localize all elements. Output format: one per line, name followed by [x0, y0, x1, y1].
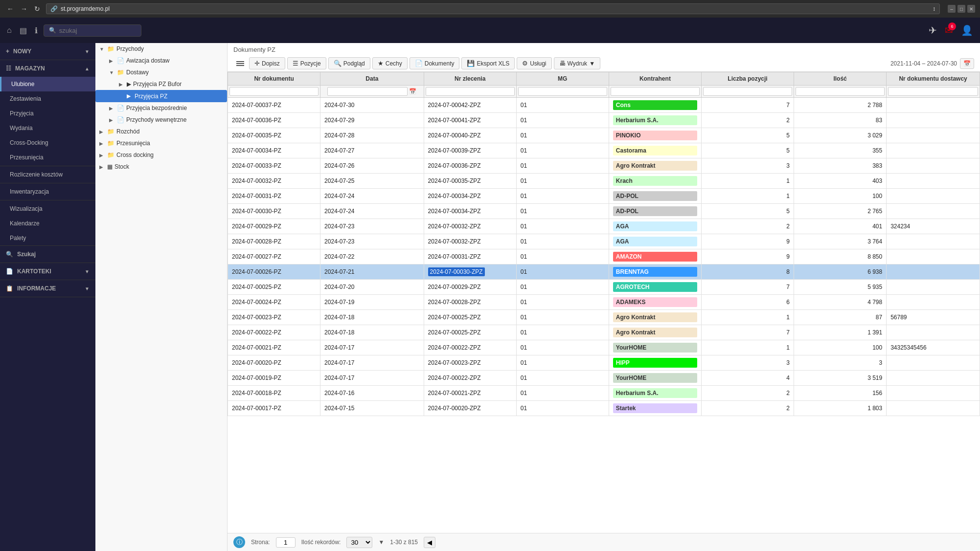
hamburger-menu[interactable]: [233, 58, 247, 69]
pozycje-button[interactable]: ☰ Pozycje: [287, 57, 326, 69]
tree-stock[interactable]: ▶ ▦ Stock: [95, 161, 227, 173]
sidebar-kartoteki-header[interactable]: 📄 KARTOTEKI ▼: [0, 263, 95, 280]
table-row[interactable]: 2024-07-00027-PZ2024-07-222024-07-00031-…: [228, 249, 980, 264]
tree-rozchod[interactable]: ▶ 📁 Rozchód: [95, 126, 227, 137]
records-select[interactable]: 30 50 100: [346, 537, 372, 548]
cell-data: 2024-07-18: [320, 325, 424, 340]
sidebar-informacje-header[interactable]: 📋 INFORMACJE ▼: [0, 280, 95, 297]
sidebar-item-cross-docking[interactable]: Cross-Docking: [0, 135, 95, 150]
table-row[interactable]: 2024-07-00031-PZ2024-07-242024-07-00034-…: [228, 189, 980, 204]
filter-ilosc[interactable]: [794, 86, 887, 98]
filter-mg[interactable]: [516, 86, 609, 98]
sidebar-item-wizualizacja[interactable]: Wizualizacja: [0, 201, 95, 216]
tree-przyjecia-bezp[interactable]: ▶ 📄 Przyjęcia bezpośrednie: [95, 102, 227, 114]
adjust-icon[interactable]: ↕: [933, 5, 935, 12]
flight-icon[interactable]: ✈: [927, 22, 939, 38]
filter-nr-dokumentu[interactable]: [228, 86, 320, 98]
filter-lp-input[interactable]: [703, 87, 792, 96]
table-row[interactable]: 2024-07-00024-PZ2024-07-192024-07-00028-…: [228, 295, 980, 310]
table-row[interactable]: 2024-07-00026-PZ2024-07-212024-07-00030-…: [228, 264, 980, 280]
filter-ilosc-input[interactable]: [796, 87, 885, 96]
dokumenty-button[interactable]: 📄 Dokumenty: [410, 57, 460, 69]
info-icon[interactable]: ℹ: [33, 24, 40, 37]
table-row[interactable]: 2024-07-00029-PZ2024-07-232024-07-00032-…: [228, 219, 980, 234]
prev-page-button[interactable]: ◀: [424, 537, 435, 548]
pozycje-label: Pozycje: [300, 60, 321, 67]
table-row[interactable]: 2024-07-00022-PZ2024-07-182024-07-00025-…: [228, 325, 980, 340]
grid-icon[interactable]: ▤: [18, 24, 29, 37]
filter-nr-zlecenia[interactable]: [424, 86, 516, 98]
table-row[interactable]: 2024-07-00021-PZ2024-07-172024-07-00022-…: [228, 340, 980, 355]
tree-przyjecia-pz[interactable]: ▶ Przyjęcia PZ: [95, 90, 227, 102]
filter-liczba-pozycji[interactable]: [701, 86, 794, 98]
tree-awizacja[interactable]: ▶ 📄 Awizacja dostaw: [95, 55, 227, 66]
notification-bell[interactable]: ✉ 6: [945, 24, 953, 36]
sidebar-item-zestawienia[interactable]: Zestawienia: [0, 91, 95, 106]
tree-cross-docking[interactable]: ▶ 📁 Cross docking: [95, 149, 227, 161]
minimize-button[interactable]: –: [948, 5, 956, 13]
eksport-xls-button[interactable]: 💾 Eksport XLS: [461, 57, 515, 69]
filter-data[interactable]: 📅: [320, 86, 424, 98]
table-row[interactable]: 2024-07-00020-PZ2024-07-172024-07-00023-…: [228, 355, 980, 371]
table-row[interactable]: 2024-07-00017-PZ2024-07-152024-07-00020-…: [228, 401, 980, 416]
table-row[interactable]: 2024-07-00032-PZ2024-07-252024-07-00035-…: [228, 174, 980, 189]
cell-ilosc: 3 029: [794, 128, 887, 143]
filter-ndd-input[interactable]: [888, 87, 978, 96]
nav-forward-icon[interactable]: →: [19, 4, 29, 14]
filter-mg-input[interactable]: [518, 87, 607, 96]
close-button[interactable]: ✕: [967, 5, 975, 13]
sidebar-item-przyjecia[interactable]: Przyjęcia: [0, 106, 95, 121]
sidebar-item-kalendarze[interactable]: Kalendarze: [0, 216, 95, 231]
search-input[interactable]: [59, 27, 133, 34]
calendar-button[interactable]: 📅: [960, 58, 974, 69]
search-box[interactable]: 🔍: [44, 24, 141, 37]
table-row[interactable]: 2024-07-00035-PZ2024-07-282024-07-00040-…: [228, 128, 980, 143]
sidebar-nowy-header[interactable]: + NOWY ▼: [0, 43, 95, 60]
home-icon[interactable]: ⌂: [5, 24, 14, 37]
table-row[interactable]: 2024-07-00033-PZ2024-07-262024-07-00036-…: [228, 158, 980, 174]
tree-pz-bufor[interactable]: ▶ ▶ Przyjęcia PZ Bufor: [95, 78, 227, 90]
tree-przychody[interactable]: ▼ 📁 Przychody: [95, 43, 227, 55]
filter-nr-dok-dostawcy[interactable]: [887, 86, 980, 98]
filter-kontrahent-input[interactable]: [611, 87, 700, 96]
tree-dostawy[interactable]: ▼ 📁 Dostawy: [95, 66, 227, 78]
table-row[interactable]: 2024-07-00028-PZ2024-07-232024-07-00032-…: [228, 234, 980, 249]
tree-przychody-wew[interactable]: ▶ 📄 Przychody wewnętrzne: [95, 114, 227, 126]
cechy-button[interactable]: ★ Cechy: [372, 57, 408, 69]
table-row[interactable]: 2024-07-00037-PZ2024-07-302024-07-00042-…: [228, 98, 980, 113]
table-row[interactable]: 2024-07-00025-PZ2024-07-202024-07-00029-…: [228, 280, 980, 295]
table-row[interactable]: 2024-07-00019-PZ2024-07-172024-07-00022-…: [228, 371, 980, 386]
sidebar-kartoteki-section: 📄 KARTOTEKI ▼: [0, 263, 95, 280]
sidebar-magazyn-header[interactable]: ☷ MAGAZYN ▲: [0, 60, 95, 77]
calendar-filter-icon[interactable]: 📅: [409, 88, 416, 95]
info-button[interactable]: ⓘ: [233, 536, 245, 548]
sidebar-item-przesuniecia[interactable]: Przesunięcia: [0, 150, 95, 165]
dopisz-button[interactable]: ✛ Dopisz: [249, 57, 285, 69]
page-input[interactable]: [276, 537, 296, 548]
sidebar-item-wydania[interactable]: Wydania: [0, 121, 95, 135]
wydruk-button[interactable]: 🖶 Wydruk ▼: [554, 57, 600, 69]
sidebar-item-palety[interactable]: Palety: [0, 231, 95, 245]
uslugi-button[interactable]: ⚙ Usługi: [517, 57, 551, 69]
sidebar-item-ulubione[interactable]: Ulubione: [0, 77, 95, 91]
sidebar-szukaj-header[interactable]: 🔍 Szukaj: [0, 246, 95, 263]
sidebar-item-rozliczenie[interactable]: Rozliczenie kosztów: [0, 167, 95, 182]
filter-nr-dokumentu-input[interactable]: [229, 87, 319, 96]
table-row[interactable]: 2024-07-00023-PZ2024-07-182024-07-00025-…: [228, 310, 980, 325]
nav-back-icon[interactable]: ←: [5, 4, 16, 14]
nav-reload-icon[interactable]: ↻: [32, 4, 42, 14]
table-row[interactable]: 2024-07-00030-PZ2024-07-242024-07-00034-…: [228, 204, 980, 219]
table-row[interactable]: 2024-07-00036-PZ2024-07-292024-07-00041-…: [228, 113, 980, 128]
sidebar-item-inwentaryzacja[interactable]: Inwentaryzacja: [0, 184, 95, 199]
tree-przesuniecia[interactable]: ▶ 📁 Przesunięcia: [95, 137, 227, 149]
user-icon[interactable]: 👤: [959, 22, 975, 38]
address-bar[interactable]: 🔗 st.programdemo.pl ↕: [46, 3, 940, 14]
table-row[interactable]: 2024-07-00018-PZ2024-07-162024-07-00021-…: [228, 386, 980, 401]
filter-nr-zlecenia-input[interactable]: [426, 87, 515, 96]
cell-data: 2024-07-23: [320, 234, 424, 249]
podglad-button[interactable]: 🔍 Podgląd: [328, 57, 370, 69]
maximize-button[interactable]: □: [957, 5, 965, 13]
table-row[interactable]: 2024-07-00034-PZ2024-07-272024-07-00039-…: [228, 143, 980, 158]
filter-kontrahent[interactable]: [609, 86, 701, 98]
filter-data-input[interactable]: [327, 87, 408, 96]
